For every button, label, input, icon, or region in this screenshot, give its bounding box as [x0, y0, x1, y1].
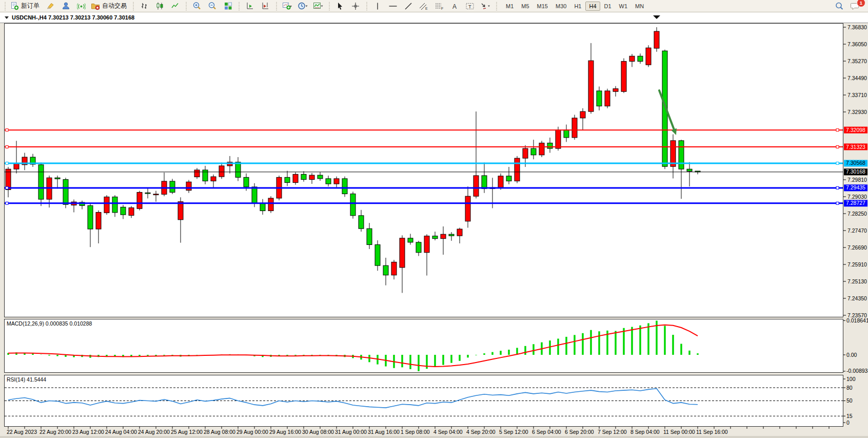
time-label: 23 Aug 12:00: [72, 429, 104, 435]
new-chart-button[interactable]: [280, 1, 294, 12]
toolbar-grip[interactable]: [4, 2, 6, 10]
candle-body: [679, 141, 684, 169]
autotrading-button[interactable]: 自动交易: [89, 1, 129, 12]
candle-body: [539, 143, 544, 155]
templates-button[interactable]: [311, 1, 325, 12]
main-pane: [5, 24, 843, 317]
candle-body: [293, 174, 298, 182]
timeframe-H4[interactable]: H4: [585, 2, 600, 11]
toolbar-grip[interactable]: [132, 2, 134, 10]
arrows-tool-button[interactable]: [478, 1, 492, 12]
trendline-tool-button[interactable]: [401, 1, 416, 12]
label-tool-button[interactable]: T: [463, 1, 477, 12]
auto-scroll-button[interactable]: [243, 1, 257, 12]
candle-body: [38, 165, 44, 199]
label-tool-icon: T: [465, 2, 475, 10]
timeframe-M15[interactable]: M15: [534, 2, 551, 11]
candle-body: [268, 198, 273, 211]
cursor-tool-button[interactable]: [333, 1, 347, 12]
periods-button[interactable]: [295, 1, 310, 12]
macd-axis-label: 0.018641: [846, 317, 868, 323]
candle-body: [441, 234, 446, 238]
signal-icon: [77, 2, 86, 10]
toolbar-grip[interactable]: [328, 2, 330, 10]
search-button[interactable]: [832, 1, 846, 12]
channel-tool-button[interactable]: E: [417, 1, 431, 12]
toolbar-grip[interactable]: [365, 2, 368, 10]
chart-window-header[interactable]: USDCNH-,H4 7.30213 7.30213 7.30060 7.301…: [0, 12, 868, 23]
candle-body: [342, 179, 347, 194]
time-label: 1 Sep 08:00: [401, 429, 430, 435]
new-order-button[interactable]: 新订单: [9, 1, 42, 12]
timeframe-M1[interactable]: M1: [502, 2, 517, 11]
bottom-strip: [0, 436, 868, 438]
timeframe-M30[interactable]: M30: [552, 2, 570, 11]
tile-windows-button[interactable]: [221, 1, 235, 12]
candle-body: [334, 179, 339, 184]
text-tool-button[interactable]: A: [447, 1, 462, 12]
time-label: 22 Aug 20:00: [40, 429, 71, 435]
toolbar-grip[interactable]: [185, 2, 187, 10]
candle-body: [145, 193, 150, 194]
zoom-in-button[interactable]: [190, 1, 204, 12]
fibo-glyph: F: [441, 7, 443, 10]
candle-body: [153, 194, 159, 195]
auto-scroll-icon: [246, 2, 254, 10]
candle-body: [416, 242, 421, 253]
time-label: 6 Sep 20:00: [565, 429, 594, 435]
level-handle: [6, 202, 8, 204]
bar-chart-mode-button[interactable]: [137, 1, 151, 12]
candle-body: [375, 245, 380, 266]
rsi-axis-label: 0: [846, 420, 850, 426]
text-tool-icon: A: [450, 2, 459, 10]
timeframe-MN[interactable]: MN: [632, 2, 647, 11]
collapse-caret-icon[interactable]: [5, 16, 9, 19]
timeframe-W1[interactable]: W1: [616, 2, 632, 11]
toolbar-grip[interactable]: [238, 2, 240, 10]
candle-body: [547, 143, 553, 149]
candle-body: [424, 236, 429, 253]
vertical-line-icon: [374, 2, 381, 10]
candle-body: [203, 170, 208, 181]
level-handle: [6, 162, 8, 164]
main-toolbar: 新订单: [0, 0, 868, 12]
signal-button[interactable]: [74, 1, 88, 12]
candle-body: [260, 203, 265, 211]
search-icon: [835, 2, 844, 11]
time-label: 24 Aug 04:00: [105, 429, 137, 435]
new-order-icon: [10, 2, 19, 10]
notification-badge: 1: [857, 0, 865, 7]
highlighter-button[interactable]: [43, 1, 57, 12]
candle-body: [112, 197, 117, 212]
fibonacci-tool-button[interactable]: F: [432, 1, 446, 12]
candle-body: [367, 228, 372, 244]
time-label: 11 Sep 00:00: [663, 429, 695, 435]
candle-body: [235, 162, 241, 178]
notifications-button[interactable]: 1: [847, 1, 862, 12]
toolbar-grip[interactable]: [495, 2, 498, 10]
chart-canvas[interactable]: 7.368307.360507.352707.344907.337107.329…: [0, 23, 868, 438]
clock-icon: [298, 2, 308, 10]
toolbar-grip[interactable]: [275, 2, 278, 10]
time-label: 5 Sep 12:00: [499, 429, 528, 435]
level-handle: [836, 146, 839, 148]
profile-icon: [62, 2, 70, 10]
price-tick-label: 7.35270: [847, 58, 867, 64]
timeframe-H1[interactable]: H1: [570, 2, 585, 11]
price-tick-label: 7.33710: [847, 92, 867, 98]
candlestick-mode-button[interactable]: [152, 1, 167, 12]
zoom-out-button[interactable]: [205, 1, 220, 12]
crosshair-tool-button[interactable]: [348, 1, 363, 12]
time-label: 22 Aug 2023: [7, 429, 37, 435]
chart-shift-button[interactable]: [258, 1, 272, 12]
chart-shift-marker-icon[interactable]: [653, 15, 660, 19]
candle-body: [465, 196, 470, 221]
horizontal-line-tool-button[interactable]: [386, 1, 400, 12]
candle-body: [588, 61, 594, 111]
timeframe-M5[interactable]: M5: [518, 2, 532, 11]
timeframe-D1[interactable]: D1: [601, 2, 615, 11]
candle-body: [556, 130, 561, 148]
profile-button[interactable]: [58, 1, 73, 12]
line-chart-mode-button[interactable]: [168, 1, 182, 12]
vertical-line-tool-button[interactable]: [370, 1, 385, 12]
